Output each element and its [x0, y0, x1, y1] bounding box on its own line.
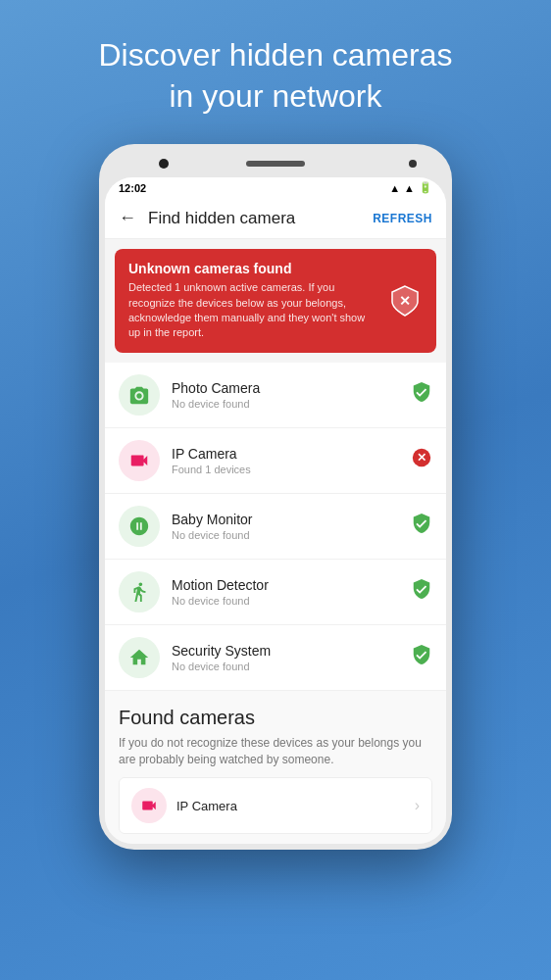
ip-camera-status: Found 1 devices — [172, 464, 411, 475]
security-system-status: No device found — [172, 661, 411, 672]
alert-banner: Unknown cameras found Detected 1 unknown… — [115, 249, 436, 353]
photo-camera-icon — [119, 374, 160, 416]
security-system-text: Security System No device found — [172, 643, 411, 672]
signal-icon: ▲ — [404, 182, 415, 194]
found-camera-item[interactable]: IP Camera › — [119, 777, 432, 834]
baby-monitor-text: Baby Monitor No device found — [172, 512, 411, 541]
refresh-button[interactable]: REFRESH — [373, 212, 432, 225]
phone-shell: 12:02 ▲ ▲ 🔋 ← Find hidden camera REFRESH… — [99, 144, 452, 850]
found-camera-icon — [131, 788, 167, 823]
device-item-baby-monitor[interactable]: Baby Monitor No device found — [105, 494, 446, 560]
ip-camera-status-icon: ✕ — [411, 447, 432, 473]
security-system-status-icon — [411, 644, 432, 670]
wifi-icon: ▲ — [389, 182, 400, 194]
motion-detector-name: Motion Detector — [172, 577, 411, 593]
status-time: 12:02 — [119, 182, 146, 194]
alert-text-block: Unknown cameras found Detected 1 unknown… — [128, 261, 377, 341]
phone-speaker — [246, 161, 305, 167]
app-header: ← Find hidden camera REFRESH — [105, 198, 446, 239]
battery-icon: 🔋 — [419, 181, 432, 194]
found-cameras-description: If you do not recognize these devices as… — [119, 735, 432, 768]
baby-monitor-icon — [119, 506, 160, 547]
ip-camera-text: IP Camera Found 1 devices — [172, 446, 411, 475]
back-button[interactable]: ← — [119, 208, 136, 228]
status-icons: ▲ ▲ 🔋 — [389, 181, 432, 194]
found-cameras-title: Found cameras — [119, 707, 432, 729]
alert-title: Unknown cameras found — [128, 261, 377, 276]
photo-camera-text: Photo Camera No device found — [172, 380, 411, 410]
baby-monitor-status: No device found — [172, 529, 411, 541]
motion-detector-icon — [119, 571, 160, 612]
device-item-photo-camera[interactable]: Photo Camera No device found — [105, 363, 446, 428]
svg-text:✕: ✕ — [399, 293, 411, 309]
phone-sensor-dot — [409, 160, 417, 168]
ip-camera-icon — [119, 440, 160, 481]
status-bar: 12:02 ▲ ▲ 🔋 — [105, 177, 446, 198]
ip-camera-name: IP Camera — [172, 446, 411, 462]
found-camera-name: IP Camera — [176, 799, 415, 813]
alert-shield-icon: ✕ — [387, 283, 423, 318]
security-system-icon — [119, 637, 160, 678]
phone-camera-dot — [159, 159, 169, 169]
photo-camera-name: Photo Camera — [172, 380, 411, 396]
device-list: Photo Camera No device found — [105, 363, 446, 691]
motion-detector-status-icon — [411, 578, 432, 605]
hero-section: Discover hidden cameras in your network — [59, 0, 491, 144]
photo-camera-status: No device found — [172, 398, 411, 410]
alert-description: Detected 1 unknown active cameras. If yo… — [128, 280, 377, 341]
photo-camera-status-icon — [411, 381, 432, 408]
baby-monitor-name: Baby Monitor — [172, 512, 411, 527]
phone-screen: 12:02 ▲ ▲ 🔋 ← Find hidden camera REFRESH… — [105, 177, 446, 844]
chevron-right-icon: › — [415, 797, 420, 814]
security-system-name: Security System — [172, 643, 411, 659]
motion-detector-status: No device found — [172, 595, 411, 607]
hero-title: Discover hidden cameras in your network — [98, 35, 452, 117]
device-item-security-system[interactable]: Security System No device found — [105, 625, 446, 691]
motion-detector-text: Motion Detector No device found — [172, 577, 411, 607]
device-item-ip-camera[interactable]: IP Camera Found 1 devices ✕ — [105, 428, 446, 494]
svg-text:✕: ✕ — [417, 451, 426, 465]
baby-monitor-status-icon — [411, 513, 432, 539]
page-title: Find hidden camera — [148, 209, 373, 228]
found-camera-text: IP Camera — [176, 799, 415, 813]
found-cameras-section: Found cameras If you do not recognize th… — [105, 691, 446, 845]
device-item-motion-detector[interactable]: Motion Detector No device found — [105, 560, 446, 625]
phone-top-bar — [105, 150, 446, 177]
